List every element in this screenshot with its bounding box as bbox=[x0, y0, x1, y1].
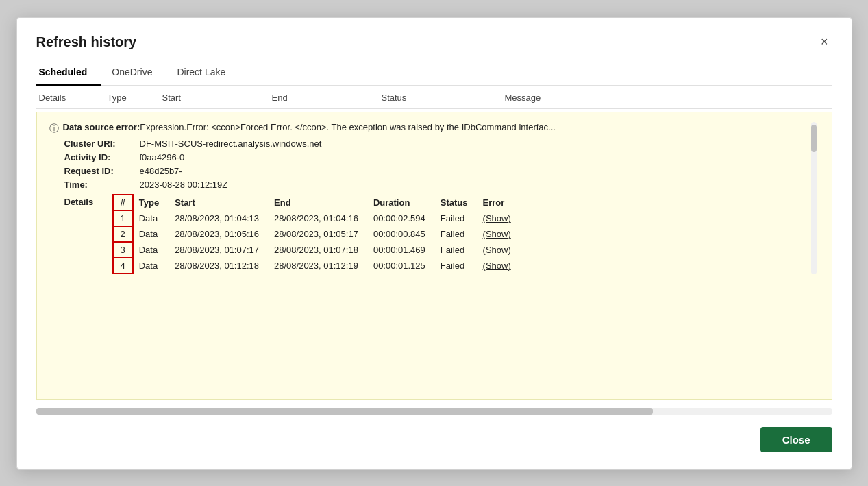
row-cell: Failed bbox=[435, 210, 478, 226]
row-cell: Data bbox=[133, 210, 169, 226]
data-source-error-row: ⓘ Data source error: Expression.Error: <… bbox=[49, 122, 810, 135]
inner-col-num: # bbox=[113, 195, 133, 210]
details-section: Details # Type Start End Duration Status bbox=[64, 194, 810, 274]
row-num: 4 bbox=[113, 258, 133, 274]
activity-id-value: f0aa4296-0 bbox=[140, 152, 185, 162]
scrollbar-thumb bbox=[811, 125, 817, 152]
row-cell: Failed bbox=[435, 242, 478, 258]
time-row: Time: 2023-08-28 00:12:19Z bbox=[64, 180, 810, 190]
inner-col-start: Start bbox=[169, 195, 269, 210]
request-id-label: Request ID: bbox=[64, 166, 140, 176]
close-button[interactable]: Close bbox=[760, 427, 832, 452]
tab-direct-lake[interactable]: Direct Lake bbox=[166, 61, 239, 86]
tab-onedrive[interactable]: OneDrive bbox=[101, 61, 166, 86]
inner-table: # Type Start End Duration Status Error 1… bbox=[112, 194, 521, 274]
row-error-show[interactable]: (Show) bbox=[478, 226, 521, 242]
row-cell: 28/08/2023, 01:12:19 bbox=[269, 258, 368, 274]
dialog-footer: Close bbox=[36, 427, 832, 452]
error-panel: ⓘ Data source error: Expression.Error: <… bbox=[36, 112, 832, 400]
inner-col-status: Status bbox=[435, 195, 478, 210]
row-cell: 00:00:02.594 bbox=[368, 210, 435, 226]
row-cell: Data bbox=[133, 242, 169, 258]
row-cell: 00:00:00.845 bbox=[368, 226, 435, 242]
inner-table-container: # Type Start End Duration Status Error 1… bbox=[112, 194, 521, 274]
col-start: Start bbox=[160, 93, 269, 103]
row-cell: 28/08/2023, 01:04:13 bbox=[169, 210, 269, 226]
row-cell: 00:00:01.469 bbox=[368, 242, 435, 258]
horizontal-scrollbar-thumb bbox=[36, 408, 653, 415]
inner-table-header-row: # Type Start End Duration Status Error bbox=[113, 195, 521, 210]
activity-id-label: Activity ID: bbox=[64, 152, 140, 162]
row-cell: Data bbox=[133, 258, 169, 274]
row-cell: 28/08/2023, 01:07:18 bbox=[269, 242, 368, 258]
data-source-error-label: Data source error: bbox=[63, 122, 140, 132]
inner-table-body: 1Data28/08/2023, 01:04:1328/08/2023, 01:… bbox=[113, 210, 521, 274]
tab-scheduled[interactable]: Scheduled bbox=[36, 61, 101, 86]
col-type: Type bbox=[105, 93, 160, 103]
row-num: 2 bbox=[113, 226, 133, 242]
table-column-headers: Details Type Start End Status Message bbox=[36, 86, 832, 109]
col-details: Details bbox=[36, 93, 105, 103]
row-cell: 28/08/2023, 01:05:16 bbox=[169, 226, 269, 242]
row-cell: 28/08/2023, 01:05:17 bbox=[269, 226, 368, 242]
row-cell: 28/08/2023, 01:12:18 bbox=[169, 258, 269, 274]
inner-col-error: Error bbox=[478, 195, 521, 210]
horizontal-scrollbar[interactable] bbox=[36, 408, 832, 415]
row-error-show[interactable]: (Show) bbox=[478, 242, 521, 258]
details-label: Details bbox=[64, 197, 112, 207]
row-num: 3 bbox=[113, 242, 133, 258]
row-cell: Failed bbox=[435, 258, 478, 274]
request-id-value: e48d25b7- bbox=[140, 166, 182, 176]
error-panel-inner: ⓘ Data source error: Expression.Error: <… bbox=[49, 122, 819, 274]
tab-bar: Scheduled OneDrive Direct Lake bbox=[36, 61, 832, 86]
table-row: 2Data28/08/2023, 01:05:1628/08/2023, 01:… bbox=[113, 226, 521, 242]
time-label: Time: bbox=[64, 180, 140, 190]
dialog-header: Refresh history × bbox=[36, 34, 832, 50]
row-cell: 28/08/2023, 01:04:16 bbox=[269, 210, 368, 226]
row-error-show[interactable]: (Show) bbox=[478, 258, 521, 274]
vertical-scrollbar[interactable] bbox=[811, 122, 817, 274]
row-num: 1 bbox=[113, 210, 133, 226]
table-row: 1Data28/08/2023, 01:04:1328/08/2023, 01:… bbox=[113, 210, 521, 226]
table-row: 4Data28/08/2023, 01:12:1828/08/2023, 01:… bbox=[113, 258, 521, 274]
table-row: 3Data28/08/2023, 01:07:1728/08/2023, 01:… bbox=[113, 242, 521, 258]
info-icon: ⓘ bbox=[49, 123, 59, 135]
data-source-error-value: Expression.Error: <ccon>Forced Error. </… bbox=[140, 122, 556, 132]
col-end: End bbox=[269, 93, 379, 103]
row-error-show[interactable]: (Show) bbox=[478, 210, 521, 226]
inner-col-duration: Duration bbox=[368, 195, 435, 210]
cluster-uri-row: Cluster URI: DF-MSIT-SCUS-redirect.analy… bbox=[64, 138, 810, 149]
request-id-row: Request ID: e48d25b7- bbox=[64, 166, 810, 176]
time-value: 2023-08-28 00:12:19Z bbox=[140, 180, 228, 190]
refresh-history-dialog: Refresh history × Scheduled OneDrive Dir… bbox=[16, 17, 852, 470]
row-cell: 28/08/2023, 01:07:17 bbox=[169, 242, 269, 258]
col-status: Status bbox=[379, 93, 502, 103]
row-cell: 00:00:01.125 bbox=[368, 258, 435, 274]
inner-col-end: End bbox=[269, 195, 368, 210]
col-message: Message bbox=[502, 93, 832, 103]
row-cell: Failed bbox=[435, 226, 478, 242]
row-cell: Data bbox=[133, 226, 169, 242]
inner-col-type: Type bbox=[133, 195, 169, 210]
activity-id-row: Activity ID: f0aa4296-0 bbox=[64, 152, 810, 162]
cluster-uri-label: Cluster URI: bbox=[64, 138, 140, 149]
cluster-uri-value: DF-MSIT-SCUS-redirect.analysis.windows.n… bbox=[140, 138, 322, 149]
dialog-title: Refresh history bbox=[36, 34, 137, 50]
close-icon-button[interactable]: × bbox=[817, 34, 832, 49]
